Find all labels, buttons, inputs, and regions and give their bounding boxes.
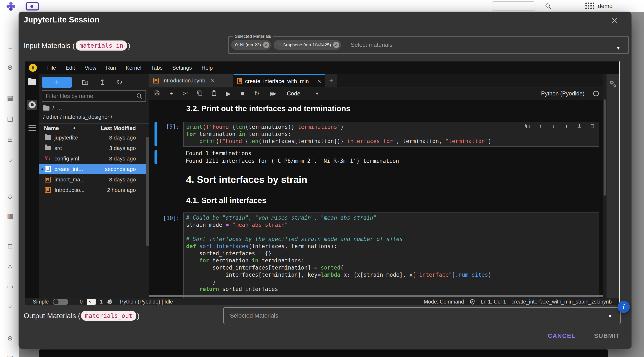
menu-edit[interactable]: Edit <box>61 65 80 71</box>
stop-icon[interactable]: ■ <box>239 90 246 97</box>
insert-above-icon[interactable] <box>564 123 569 129</box>
rail-icon-3[interactable]: ▤ <box>5 94 15 102</box>
new-launcher-button[interactable]: + <box>42 77 72 88</box>
upload-icon[interactable]: ↥ <box>98 79 106 86</box>
kernels-count[interactable]: 1 <box>100 299 103 305</box>
cancel-button[interactable]: CANCEL <box>548 332 576 339</box>
menu-tabs[interactable]: Tabs <box>146 65 167 71</box>
chevron-down-icon[interactable]: ▼ <box>608 313 612 319</box>
submit-button[interactable]: SUBMIT <box>594 332 620 339</box>
rail-icon-13[interactable]: ⊖ <box>5 334 15 342</box>
move-down-icon[interactable]: ↓ <box>550 123 556 129</box>
table-row[interactable]: Y: config.yml 3 days ago <box>39 153 149 164</box>
code-cell[interactable]: # Could be "strain", "von_mises_strain",… <box>183 212 599 298</box>
add-cell-icon[interactable]: + <box>168 90 175 97</box>
username-label[interactable]: demo <box>598 3 612 10</box>
menu-file[interactable]: File <box>42 65 61 71</box>
table-row[interactable]: jupyterlite 3 days ago <box>39 132 149 143</box>
save-icon[interactable] <box>154 90 160 98</box>
table-row-selected[interactable]: ● create_int... seconds ago <box>39 164 149 174</box>
output-collapser[interactable] <box>154 150 157 164</box>
rail-icon-2[interactable]: ⊕ <box>5 64 15 71</box>
rail-icon-12[interactable]: ◌ <box>5 302 15 310</box>
folder-icon <box>44 145 51 151</box>
tab-introduction[interactable]: Introduction.ipynb × <box>149 74 234 87</box>
horizontal-scrollbar[interactable] <box>149 295 603 297</box>
rail-icon-14[interactable]: ▤ <box>5 354 15 357</box>
menu-view[interactable]: View <box>80 65 101 71</box>
status-filename[interactable]: create_interface_with_min_strain_zsl.ipy… <box>512 299 612 305</box>
search-input[interactable] <box>42 93 136 99</box>
duplicate-cell-icon[interactable] <box>524 123 530 129</box>
scrollbar[interactable] <box>146 137 149 246</box>
simple-mode-toggle[interactable] <box>53 299 68 305</box>
folder-icon[interactable] <box>43 106 50 111</box>
kernel-status-label[interactable]: Python (Pyodide) | Idle <box>120 299 173 305</box>
restart-run-all-icon[interactable]: ▶▶ <box>268 90 278 97</box>
breadcrumb-root[interactable]: / <box>52 105 54 112</box>
search-icon[interactable] <box>545 3 552 10</box>
column-last-modified[interactable]: Last Modified <box>100 125 136 132</box>
cursor-position-label[interactable]: Ln 1, Col 1 <box>481 299 506 305</box>
topbar-pill-button[interactable] <box>492 1 536 11</box>
output-materials-select[interactable]: Selected Materials ▼ <box>223 307 621 324</box>
menu-kernel[interactable]: Kernel <box>121 65 146 71</box>
cell-collapser[interactable] <box>154 122 157 146</box>
new-tab-button[interactable]: + <box>325 74 337 87</box>
chevron-down-icon[interactable]: ▾ <box>316 91 318 97</box>
rail-icon-8[interactable]: ▦ <box>5 212 15 220</box>
rail-icon-9[interactable]: ⊡ <box>5 242 15 250</box>
column-name[interactable]: Name <box>44 125 59 132</box>
file-name: config.yml <box>54 155 79 162</box>
close-icon[interactable]: × <box>611 15 618 26</box>
material-chip[interactable]: 0: Ni (mp-23) × <box>231 40 271 50</box>
insert-below-icon[interactable] <box>576 123 582 129</box>
property-inspector-gears-icon[interactable] <box>608 80 618 89</box>
table-row[interactable]: src 3 days ago <box>39 143 149 153</box>
rail-icon-5[interactable]: ⊞ <box>5 136 15 143</box>
table-of-contents-icon[interactable] <box>28 125 36 126</box>
running-sessions-icon[interactable] <box>27 100 37 110</box>
file-filter-box <box>42 90 146 102</box>
command-mode-label[interactable]: Mode: Command <box>424 299 464 305</box>
delete-cell-icon[interactable] <box>590 123 595 129</box>
tab-create-interface[interactable]: create_interface_with_min_ × <box>234 74 325 87</box>
rail-icon-10[interactable]: △ <box>5 262 15 270</box>
info-button[interactable]: i <box>618 301 630 313</box>
rail-menu-icon[interactable]: ≡ <box>5 44 15 51</box>
file-browser-icon[interactable] <box>28 79 36 85</box>
run-icon[interactable]: ▶ <box>225 90 232 97</box>
rail-icon-6[interactable]: ○ <box>5 156 15 164</box>
chip-delete-icon[interactable]: × <box>333 42 340 48</box>
rail-icon-11[interactable]: ▭ <box>5 282 15 290</box>
avatar[interactable] <box>585 3 595 10</box>
close-icon[interactable]: × <box>211 77 215 85</box>
breadcrumb-path[interactable]: / other / materials_designer / <box>39 112 149 120</box>
rail-icon-7[interactable]: ◇ <box>5 192 15 200</box>
table-row[interactable]: import_ma... 3 days ago <box>39 174 149 185</box>
terminals-count[interactable]: 0 <box>80 299 82 305</box>
table-row[interactable]: Introductio... 2 hours ago <box>39 185 149 195</box>
sort-asc-icon[interactable]: ▲ <box>72 126 76 130</box>
material-chip[interactable]: 1: Graphene (mp-1040425) × <box>274 40 341 50</box>
selected-materials-combobox[interactable]: Selected Materials 0: Ni (mp-23) × 1: Gr… <box>228 34 629 54</box>
close-icon[interactable]: × <box>317 77 321 85</box>
menu-run[interactable]: Run <box>101 65 121 71</box>
kernel-status-icon[interactable] <box>593 91 599 96</box>
cut-icon[interactable]: ✂ <box>182 90 189 97</box>
chip-delete-icon[interactable]: × <box>263 42 270 48</box>
rail-icon-4[interactable]: ◫ <box>5 115 15 123</box>
refresh-icon[interactable]: ↻ <box>116 79 123 86</box>
restart-kernel-icon[interactable]: ↻ <box>253 90 260 97</box>
menu-settings[interactable]: Settings <box>167 65 197 71</box>
cell-type-dropdown[interactable]: Code <box>287 90 300 97</box>
breadcrumb-ellipsis[interactable]: … <box>57 105 62 112</box>
move-up-icon[interactable]: ↑ <box>538 123 544 129</box>
copy-icon[interactable] <box>196 90 203 98</box>
kernel-name[interactable]: Python (Pyodide) <box>541 90 584 97</box>
menu-help[interactable]: Help <box>197 65 218 71</box>
vertical-scrollbar[interactable] <box>603 74 606 298</box>
paste-icon[interactable] <box>210 90 218 98</box>
chevron-down-icon[interactable]: ▼ <box>616 46 620 51</box>
new-folder-icon[interactable] <box>81 79 89 86</box>
